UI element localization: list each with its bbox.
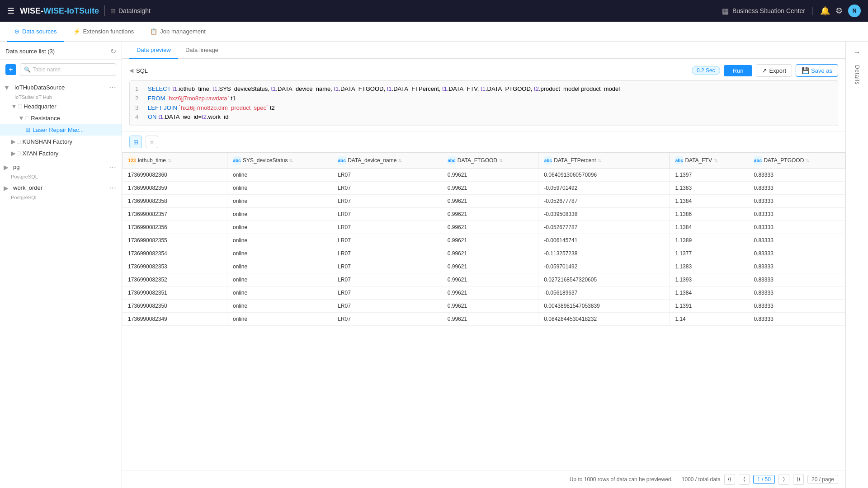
iothub-header[interactable]: ▼ IoTHubDataSource <box>4 84 107 91</box>
collapse-iothub-icon[interactable]: ▼ <box>4 84 10 91</box>
tree-section-pg: ▶ pg ⋯ <box>0 161 122 173</box>
cell-sys_devicestatus: online <box>227 182 332 195</box>
sql-label: ◀ SQL <box>129 67 148 74</box>
save-icon: 💾 <box>802 67 809 74</box>
list-view-button[interactable]: ≡ <box>146 136 158 148</box>
cell-data_ftv: 1.1391 <box>670 300 748 313</box>
data-table-wrapper[interactable]: 123 iothub_time ⇅ abc SYS_deviceStatus ⇅ <box>122 152 845 470</box>
resistance-label: Resistance <box>31 115 60 122</box>
notification-icon[interactable]: 🔔 <box>820 6 830 16</box>
th-data-ftv[interactable]: abc DATA_FTV ⇅ <box>670 153 748 169</box>
job-icon: 📋 <box>150 28 157 35</box>
cell-data_ptgood: 0.83333 <box>748 300 845 313</box>
iothub-more-icon[interactable]: ⋯ <box>107 83 118 92</box>
th-iothub-time[interactable]: 123 iothub_time ⇅ <box>123 153 227 169</box>
th-data-ptgood[interactable]: abc DATA_PTGOOD ⇅ <box>748 153 845 169</box>
hamburger-icon[interactable]: ☰ <box>7 6 14 16</box>
th-data-ftgood[interactable]: abc DATA_FTGOOD ⇅ <box>442 153 538 169</box>
pg-more-icon[interactable]: ⋯ <box>107 163 118 171</box>
sidebar-header: Data source list (3) ↻ <box>0 42 122 60</box>
th-data-device-name[interactable]: abc DATA_device_name ⇅ <box>332 153 442 169</box>
search-box[interactable]: 🔍 Table name <box>20 63 116 76</box>
cell-data_device_name: LR07 <box>332 234 442 247</box>
cell-data_device_name: LR07 <box>332 260 442 273</box>
details-collapse-button[interactable]: → <box>850 45 864 60</box>
expand-kunshan-icon[interactable]: ▶ <box>11 138 16 145</box>
tree-item-laser[interactable]: ⊞ Laser Repair Mac... <box>0 124 122 136</box>
pg-sublabel-wrapper: PostgreSQL <box>0 173 122 180</box>
run-button[interactable]: Run <box>724 65 753 76</box>
cell-sys_devicestatus: online <box>227 286 332 300</box>
cell-data_ftgood: 0.99621 <box>442 208 538 221</box>
sort-icon-5[interactable]: ⇅ <box>598 158 601 163</box>
sort-icon-6[interactable]: ⇅ <box>714 158 717 163</box>
tree-item-kunshan[interactable]: ▶ □ KUNSHAN Factory <box>0 136 122 147</box>
sql-code-editor[interactable]: 1 SELECT t1.iothub_time, t1.SYS_deviceSt… <box>129 80 838 126</box>
cell-data_device_name: LR07 <box>332 286 442 300</box>
pagination-bar: Up to 1000 rows of data can be previewed… <box>122 470 845 488</box>
tab-jobmanagement[interactable]: 📋 Job management <box>143 22 212 42</box>
workorder-more-icon[interactable]: ⋯ <box>107 183 118 192</box>
tab-data-lineage[interactable]: Data lineage <box>178 42 226 59</box>
sort-icon-2[interactable]: ⇅ <box>289 158 293 163</box>
tree-item-resistance[interactable]: ▼ □ Resistance <box>0 112 122 124</box>
sort-icon-4[interactable]: ⇅ <box>499 158 503 163</box>
cell-data_ftgood: 0.99621 <box>442 221 538 234</box>
data-table: 123 iothub_time ⇅ abc SYS_deviceStatus ⇅ <box>122 152 845 326</box>
sql-collapse-icon[interactable]: ◀ <box>129 67 133 74</box>
th-sys-device-status[interactable]: abc SYS_deviceStatus ⇅ <box>227 153 332 169</box>
add-datasource-button[interactable]: + <box>5 64 16 75</box>
sort-icon-7[interactable]: ⇅ <box>806 158 809 163</box>
main-tabbar: ⊕ Data sources ⚡ Extension functions 📋 J… <box>0 22 868 42</box>
tree-item-xian[interactable]: ▶ □ XI'AN Factory <box>0 147 122 159</box>
save-as-button[interactable]: 💾 Save as <box>796 64 838 77</box>
expand-xian-icon[interactable]: ▶ <box>11 150 16 157</box>
cell-data_device_name: LR07 <box>332 182 442 195</box>
th-data-ftpercent[interactable]: abc DATA_FTPercent ⇅ <box>538 153 670 169</box>
cell-data_ptgood: 0.83333 <box>748 260 845 273</box>
pg-header[interactable]: ▶ pg <box>4 164 107 171</box>
tab-data-preview[interactable]: Data preview <box>129 42 178 59</box>
page-next-button[interactable]: ⟩ <box>778 474 789 485</box>
workorder-sublabel-wrapper: PostgreSQL <box>0 194 122 201</box>
cell-data_device_name: LR07 <box>332 247 442 260</box>
page-per-size[interactable]: 20 / page <box>807 475 838 484</box>
export-button[interactable]: ↗ Export <box>756 64 792 77</box>
grid-view-button[interactable]: ⊞ <box>129 136 142 148</box>
expand-workorder-icon[interactable]: ▶ <box>4 184 9 192</box>
tab-extensions[interactable]: ⚡ Extension functions <box>66 22 142 42</box>
workorder-header[interactable]: ▶ work_order <box>4 184 107 192</box>
page-first-button[interactable]: ⟨⟨ <box>724 474 735 485</box>
cell-data_ftv: 1.1383 <box>670 260 748 273</box>
page-prev-button[interactable]: ⟨ <box>739 474 750 485</box>
cell-iothub_time: 1736990082356 <box>123 221 227 234</box>
bsc-section[interactable]: ▦ Business Situation Center <box>722 7 813 15</box>
cell-data_ftpercent: 0.0842844530418232 <box>538 313 670 326</box>
tree-item-headquarter[interactable]: ▼ □ Headquarter <box>0 100 122 112</box>
table-row: 1736990082350onlineLR070.996210.00438981… <box>123 300 845 313</box>
table-body: 1736990082360onlineLR070.996210.06409130… <box>123 169 845 326</box>
cell-sys_devicestatus: online <box>227 208 332 221</box>
page-current-indicator: 1 / 50 <box>753 475 775 484</box>
cell-data_ftpercent: -0.113257238 <box>538 247 670 260</box>
avatar[interactable]: N <box>848 5 861 17</box>
settings-icon[interactable]: ⚙ <box>835 6 843 16</box>
table-row: 1736990082352onlineLR070.996210.02721685… <box>123 273 845 286</box>
collapse-headquarter-icon[interactable]: ▼ <box>11 103 17 110</box>
cell-iothub_time: 1736990082354 <box>123 247 227 260</box>
cell-data_ftpercent: -0.059701492 <box>538 260 670 273</box>
table-row: 1736990082356onlineLR070.99621-0.0526777… <box>123 221 845 234</box>
cell-data_ptgood: 0.83333 <box>748 169 845 182</box>
sort-icon[interactable]: ⇅ <box>168 158 171 163</box>
tab-datasources[interactable]: ⊕ Data sources <box>7 22 64 42</box>
cell-sys_devicestatus: online <box>227 169 332 182</box>
cell-data_device_name: LR07 <box>332 208 442 221</box>
app-name-section: ⊞ DataInsight <box>110 7 151 14</box>
page-last-button[interactable]: ⟩⟩ <box>793 474 804 485</box>
cell-data_ptgood: 0.83333 <box>748 313 845 326</box>
sort-icon-3[interactable]: ⇅ <box>398 158 402 163</box>
collapse-resistance-icon[interactable]: ▼ <box>18 114 24 122</box>
expand-pg-icon[interactable]: ▶ <box>4 164 9 171</box>
cell-iothub_time: 1736990082349 <box>123 313 227 326</box>
refresh-icon[interactable]: ↻ <box>110 47 116 56</box>
